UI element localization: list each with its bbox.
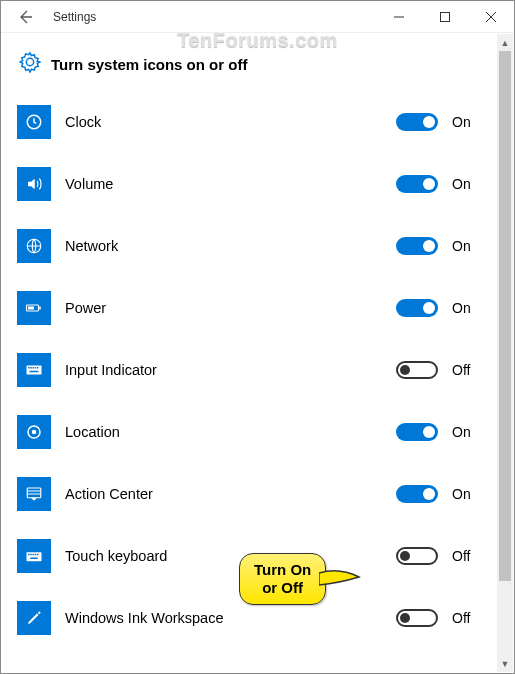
- network-icon: [17, 229, 51, 263]
- scroll-up-arrow[interactable]: ▲: [497, 34, 513, 51]
- maximize-icon: [440, 12, 450, 22]
- svg-point-14: [32, 430, 37, 435]
- scrollbar[interactable]: ▲ ▼: [497, 34, 513, 672]
- scrollbar-thumb[interactable]: [499, 51, 511, 581]
- toggle-state-label: On: [452, 114, 480, 130]
- svg-rect-19: [33, 554, 35, 556]
- setting-row: NetworkOn: [17, 215, 498, 277]
- setting-row: Action CenterOn: [17, 463, 498, 525]
- setting-row: ClockOn: [17, 91, 498, 153]
- setting-label: Power: [65, 300, 382, 316]
- callout-tail-icon: [319, 565, 361, 593]
- setting-row: Input IndicatorOff: [17, 339, 498, 401]
- svg-rect-22: [30, 558, 38, 560]
- page-title: Turn system icons on or off: [51, 56, 247, 73]
- svg-rect-18: [30, 554, 32, 556]
- toggle-state-label: On: [452, 238, 480, 254]
- svg-rect-7: [28, 367, 30, 369]
- maximize-button[interactable]: [422, 1, 468, 33]
- toggle-switch[interactable]: [396, 113, 438, 131]
- toggle-state-label: Off: [452, 610, 480, 626]
- keyboard-icon: [17, 353, 51, 387]
- toggle-switch[interactable]: [396, 547, 438, 565]
- minimize-icon: [394, 12, 404, 22]
- svg-rect-17: [28, 554, 30, 556]
- toggle-switch[interactable]: [396, 423, 438, 441]
- svg-rect-15: [27, 488, 41, 498]
- pen-icon: [17, 601, 51, 635]
- setting-row: PowerOn: [17, 277, 498, 339]
- window-title: Settings: [53, 10, 96, 24]
- svg-rect-0: [441, 12, 450, 21]
- setting-label: Volume: [65, 176, 382, 192]
- window-controls: [376, 1, 514, 33]
- setting-label: Location: [65, 424, 382, 440]
- setting-row: VolumeOn: [17, 153, 498, 215]
- arrow-left-icon: [17, 9, 33, 25]
- action-center-icon: [17, 477, 51, 511]
- toggle-state-label: Off: [452, 548, 480, 564]
- power-icon: [17, 291, 51, 325]
- volume-icon: [17, 167, 51, 201]
- back-button[interactable]: [1, 1, 49, 33]
- gear-icon: [19, 51, 41, 77]
- page-header: Turn system icons on or off: [1, 33, 514, 85]
- svg-rect-6: [27, 366, 42, 375]
- toggle-state-label: On: [452, 486, 480, 502]
- setting-label: Input Indicator: [65, 362, 382, 378]
- clock-icon: [17, 105, 51, 139]
- toggle-switch[interactable]: [396, 609, 438, 627]
- svg-rect-11: [37, 367, 39, 369]
- svg-rect-5: [39, 307, 41, 310]
- toggle-state-label: On: [452, 300, 480, 316]
- close-icon: [486, 12, 496, 22]
- annotation-callout: Turn On or Off: [239, 553, 326, 605]
- toggle-switch[interactable]: [396, 361, 438, 379]
- setting-label: Touch keyboard: [65, 548, 382, 564]
- toggle-switch[interactable]: [396, 299, 438, 317]
- callout-line1: Turn On: [254, 561, 311, 579]
- toggle-switch[interactable]: [396, 237, 438, 255]
- toggle-switch[interactable]: [396, 485, 438, 503]
- setting-label: Network: [65, 238, 382, 254]
- setting-label: Clock: [65, 114, 382, 130]
- titlebar: Settings: [1, 1, 514, 33]
- minimize-button[interactable]: [376, 1, 422, 33]
- svg-rect-10: [35, 367, 37, 369]
- location-icon: [17, 415, 51, 449]
- setting-label: Windows Ink Workspace: [65, 610, 382, 626]
- svg-rect-12: [30, 371, 39, 373]
- scroll-down-arrow[interactable]: ▼: [497, 655, 513, 672]
- svg-rect-8: [30, 367, 32, 369]
- callout-line2: or Off: [254, 579, 311, 597]
- setting-label: Action Center: [65, 486, 382, 502]
- setting-row: LocationOn: [17, 401, 498, 463]
- svg-rect-4: [28, 307, 34, 310]
- svg-rect-9: [33, 367, 35, 369]
- toggle-switch[interactable]: [396, 175, 438, 193]
- svg-rect-21: [37, 554, 39, 556]
- svg-rect-16: [27, 552, 42, 561]
- touch-keyboard-icon: [17, 539, 51, 573]
- close-button[interactable]: [468, 1, 514, 33]
- toggle-state-label: On: [452, 176, 480, 192]
- toggle-state-label: Off: [452, 362, 480, 378]
- toggle-state-label: On: [452, 424, 480, 440]
- svg-rect-20: [35, 554, 37, 556]
